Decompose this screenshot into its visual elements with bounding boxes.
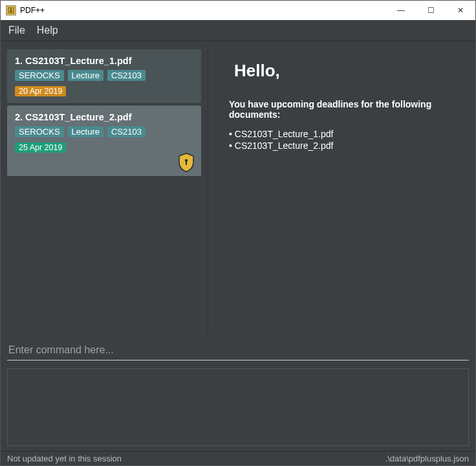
lock-shield-icon bbox=[178, 153, 195, 172]
bottom-area bbox=[1, 335, 475, 451]
menu-help[interactable]: Help bbox=[37, 25, 58, 36]
status-right: .\data\pdfplusplus.json bbox=[385, 454, 469, 463]
document-title: 1. CS2103T_Lecture_1.pdf bbox=[15, 56, 193, 66]
titlebar[interactable]: PDF++ — ☐ ✕ bbox=[1, 1, 475, 20]
window-title: PDF++ bbox=[20, 6, 45, 15]
deadline-item: CS2103T_Lecture_1.pdf bbox=[229, 129, 464, 139]
deadline-date: 20 Apr 2019 bbox=[15, 86, 66, 96]
svg-point-1 bbox=[10, 8, 12, 10]
deadline-item: CS2103T_Lecture_2.pdf bbox=[229, 140, 464, 151]
tag: CS2103 bbox=[107, 70, 146, 81]
content-pane: Hello, You have upcoming deadlines for t… bbox=[208, 47, 475, 335]
deadline-date: 25 Apr 2019 bbox=[15, 142, 66, 153]
tag-row: SEROCKSLectureCS2103 bbox=[15, 126, 193, 137]
menu-file[interactable]: File bbox=[8, 25, 25, 36]
deadline-message: You have upcoming deadlines for the foll… bbox=[229, 99, 464, 120]
tag-row: SEROCKSLectureCS2103 bbox=[15, 70, 193, 81]
status-left: Not updated yet in this session bbox=[7, 454, 122, 463]
greeting: Hello, bbox=[234, 61, 464, 81]
statusbar: Not updated yet in this session .\data\p… bbox=[1, 451, 475, 465]
minimize-button[interactable]: — bbox=[386, 1, 416, 20]
main-area: 1. CS2103T_Lecture_1.pdfSEROCKSLectureCS… bbox=[1, 41, 475, 335]
deadline-doc-list: CS2103T_Lecture_1.pdfCS2103T_Lecture_2.p… bbox=[229, 129, 464, 151]
tag: SEROCKS bbox=[15, 70, 64, 81]
close-button[interactable]: ✕ bbox=[446, 1, 475, 20]
maximize-button[interactable]: ☐ bbox=[416, 1, 446, 20]
window-controls: — ☐ ✕ bbox=[386, 1, 475, 20]
svg-rect-2 bbox=[10, 10, 12, 12]
output-box[interactable] bbox=[7, 368, 469, 446]
menubar: File Help bbox=[1, 20, 475, 41]
document-card[interactable]: 2. CS2103T_Lecture_2.pdfSEROCKSLectureCS… bbox=[7, 105, 201, 176]
tag: SEROCKS bbox=[15, 126, 64, 137]
tag: Lecture bbox=[68, 126, 103, 137]
app-icon bbox=[6, 5, 16, 16]
app-window: PDF++ — ☐ ✕ File Help 1. CS2103T_Lecture… bbox=[0, 0, 476, 466]
document-card[interactable]: 1. CS2103T_Lecture_1.pdfSEROCKSLectureCS… bbox=[7, 49, 201, 103]
tag: Lecture bbox=[68, 70, 103, 81]
tag: CS2103 bbox=[107, 126, 146, 137]
command-input[interactable] bbox=[7, 340, 469, 361]
document-title: 2. CS2103T_Lecture_2.pdf bbox=[15, 112, 193, 122]
document-list[interactable]: 1. CS2103T_Lecture_1.pdfSEROCKSLectureCS… bbox=[1, 47, 208, 335]
svg-rect-4 bbox=[186, 161, 187, 165]
